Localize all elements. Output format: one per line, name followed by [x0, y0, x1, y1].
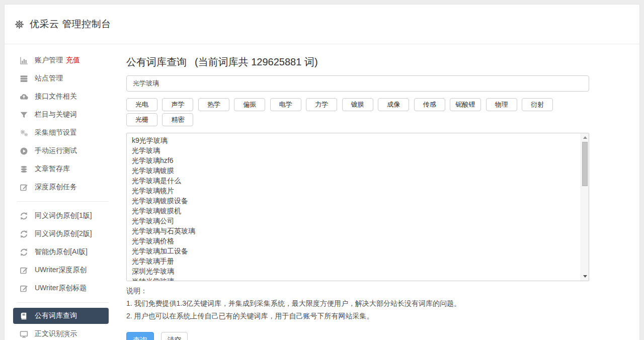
sidebar-divider [17, 302, 109, 303]
keyword-list: k9光学玻璃 光学玻璃 光学玻璃hzf6 光学玻璃镀膜 光学玻璃是什么 光学玻璃… [127, 133, 589, 281]
book-icon [20, 312, 28, 320]
tag-button[interactable]: 光电 [126, 98, 157, 111]
scrollbar-thumb[interactable] [582, 142, 588, 186]
sidebar-item-article-store[interactable]: 文章暂存库 [13, 160, 109, 178]
notes-line-2: 2. 用户也可以在系统上传自己已有的关键词库，用于自己账号下所有网站采集。 [126, 310, 589, 322]
keyword-item[interactable]: 光学玻璃手册 [132, 256, 577, 266]
gear-icon [15, 20, 24, 29]
sidebar-divider [17, 201, 109, 202]
sidebar-item-uwriter-title[interactable]: UWriter原创标题 [13, 279, 109, 297]
main-content: 公有词库查询 (当前词库共 129625881 词) 光电 声学 热学 偏振 电… [126, 44, 589, 340]
edit-icon [20, 183, 28, 192]
thesaurus-count: (当前词库共 129625881 词) [195, 55, 318, 69]
tag-button[interactable]: 声学 [162, 98, 193, 111]
sidebar-item-account[interactable]: 账户管理 充值 [13, 51, 109, 69]
play-circle-icon [20, 147, 28, 155]
sidebar-item-sites[interactable]: 站点管理 [13, 69, 109, 88]
refresh-icon [20, 248, 28, 257]
app-header: 优采云 管理控制台 [5, 5, 639, 44]
action-buttons: 查询 清空 [126, 332, 589, 340]
keyword-search-input[interactable] [126, 75, 589, 92]
sidebar-item-label: 深度原创任务 [35, 183, 77, 192]
keyword-result-list: k9光学玻璃 光学玻璃 光学玻璃hzf6 光学玻璃镀膜 光学玻璃是什么 光学玻璃… [126, 133, 589, 281]
keyword-item[interactable]: 光学玻璃 [132, 145, 577, 155]
tag-button[interactable]: 物理 [486, 98, 517, 111]
sidebar-item-synonym-v1[interactable]: 同义词伪原创[1版] [13, 207, 109, 225]
tag-button[interactable]: 成像 [378, 98, 409, 111]
edit-icon [20, 266, 28, 275]
tag-button[interactable]: 镀膜 [342, 98, 373, 111]
sidebar-item-ai-original[interactable]: 智能伪原创[AI版] [13, 243, 109, 261]
refresh-icon [20, 212, 28, 220]
sidebar-item-interface-files[interactable]: 接口文件相关 [13, 88, 109, 106]
tag-button[interactable]: 偏振 [234, 98, 265, 111]
edit-icon [20, 284, 28, 293]
tag-button[interactable]: 光栅 [126, 113, 157, 126]
recharge-link[interactable]: 充值 [66, 56, 80, 65]
keyword-item[interactable]: 光学玻璃镀膜设备 [132, 196, 577, 206]
sidebar-item-label: 同义词伪原创[1版] [35, 211, 92, 220]
sidebar-item-columns-keywords[interactable]: 栏目与关键词 [13, 106, 109, 124]
keyword-item[interactable]: 光学玻璃价格 [132, 236, 577, 246]
sidebar-item-manual-test[interactable]: 手动运行测试 [13, 142, 109, 160]
keyword-item[interactable]: k9光学玻璃 [132, 135, 577, 145]
keyword-item[interactable]: 光学玻璃hzf6 [132, 155, 577, 165]
sidebar-item-label: UWriter原创标题 [35, 284, 87, 293]
app-window: 优采云 管理控制台 账户管理 充值 站点管理 接口文件相关 栏目与关键词 [4, 4, 640, 340]
keyword-item[interactable]: 光学玻璃与石英玻璃 [132, 226, 577, 236]
keyword-item[interactable]: 光学玻璃公司 [132, 216, 577, 226]
app-title: 优采云 管理控制台 [30, 18, 111, 31]
sidebar-item-synonym-v2[interactable]: 同义词伪原创[2版] [13, 225, 109, 243]
tag-button[interactable]: 衍射 [522, 98, 553, 111]
page-title: 公有词库查询 (当前词库共 129625881 词) [126, 55, 589, 69]
sidebar-item-label: 接口文件相关 [35, 92, 77, 101]
cloud-upload-icon [20, 93, 28, 101]
gears-icon [20, 129, 28, 137]
sidebar-item-label: 账户管理 [35, 56, 63, 65]
keyword-item[interactable]: 光学玻璃镀膜机 [132, 206, 577, 216]
tag-button[interactable]: 力学 [306, 98, 337, 111]
sidebar-item-label: 采集细节设置 [35, 128, 77, 137]
clear-button[interactable]: 清空 [161, 332, 188, 340]
keyword-item[interactable]: 光学玻璃镀膜 [132, 165, 577, 176]
sidebar-item-label: 文章暂存库 [35, 164, 70, 174]
monitor-icon [20, 330, 28, 338]
sidebar-item-deep-original[interactable]: 深度原创任务 [13, 178, 109, 196]
scroll-up-icon[interactable] [581, 134, 589, 141]
keyword-item[interactable]: 光学玻璃加工设备 [132, 246, 577, 256]
tag-button[interactable]: 热学 [198, 98, 229, 111]
sidebar-item-public-thesaurus[interactable]: 公有词库查询 [13, 308, 109, 324]
page-title-text: 公有词库查询 [126, 55, 187, 69]
notes-section: 说明： 1. 我们免费提供1.3亿关键词库，并集成到采集系统，最大限度方便用户，… [126, 285, 589, 322]
sidebar-item-label: UWriter深度原创 [35, 266, 87, 275]
tag-button[interactable]: 传感 [414, 98, 445, 111]
keyword-item[interactable]: 肖特光学玻璃 [132, 276, 577, 281]
tag-list: 光电 声学 热学 偏振 电学 力学 镀膜 成像 传感 铌酸锂 物理 衍射 光栅 … [126, 98, 589, 128]
database-icon [20, 165, 28, 174]
notes-line-1: 1. 我们免费提供1.3亿关键词库，并集成到采集系统，最大限度方便用户，解决大部… [126, 297, 589, 310]
keyword-item[interactable]: 光学玻璃是什么 [132, 176, 577, 186]
sidebar-item-label: 正文识别演示 [35, 329, 77, 338]
sidebar-item-label: 站点管理 [35, 74, 63, 83]
sidebar: 账户管理 充值 站点管理 接口文件相关 栏目与关键词 采集细节设置 手动运 [5, 44, 126, 340]
refresh-icon [20, 230, 28, 238]
tag-button[interactable]: 电学 [270, 98, 301, 111]
list-scrollbar[interactable] [581, 133, 589, 281]
keyword-item[interactable]: 深圳光学玻璃 [132, 266, 577, 276]
sidebar-item-label: 栏目与关键词 [35, 110, 77, 119]
sidebar-item-label: 公有词库查询 [35, 311, 77, 320]
sidebar-item-label: 手动运行测试 [35, 146, 77, 155]
notes-heading: 说明： [126, 285, 589, 297]
sidebar-item-label: 同义词伪原创[2版] [35, 229, 92, 238]
keyword-item[interactable]: 光学玻璃镜片 [132, 186, 577, 196]
tag-button[interactable]: 铌酸锂 [450, 98, 481, 111]
server-icon [20, 74, 28, 83]
sidebar-item-content-recognition[interactable]: 正文识别演示 [13, 325, 109, 340]
sidebar-item-label: 智能伪原创[AI版] [35, 247, 88, 257]
sidebar-item-uwriter-deep[interactable]: UWriter深度原创 [13, 261, 109, 279]
filter-icon [20, 111, 28, 119]
tag-button[interactable]: 精密 [162, 113, 193, 126]
sidebar-item-collection-settings[interactable]: 采集细节设置 [13, 124, 109, 142]
query-button[interactable]: 查询 [126, 332, 154, 340]
scroll-down-icon[interactable] [581, 273, 589, 280]
